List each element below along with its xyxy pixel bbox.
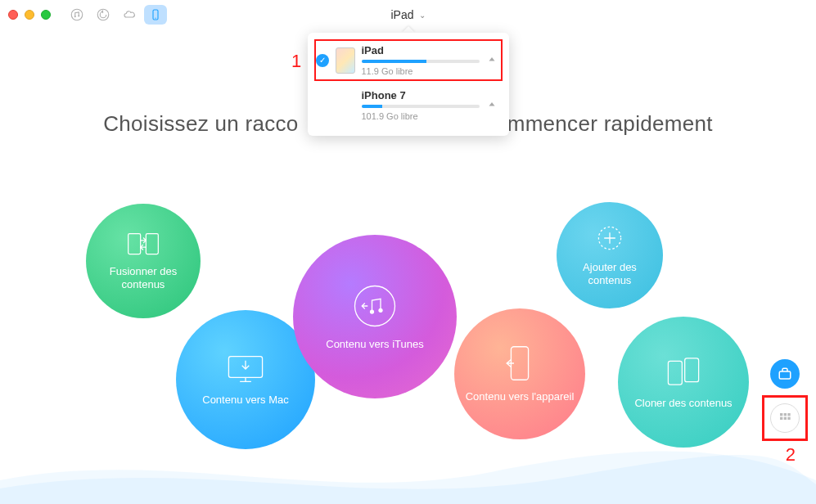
zoom-window-button[interactable] [41,10,51,20]
eject-icon[interactable] [486,56,498,65]
device-selector-label: iPad [390,8,413,21]
shortcut-label: Contenu vers iTunes [318,338,431,351]
device-thumbnail [336,47,355,74]
window-controls [8,10,51,20]
svg-point-1 [74,16,76,17]
svg-point-0 [71,9,83,20]
device-option-iphone7[interactable]: ✓ iPhone 7 101.9 Go libre [308,83,509,128]
selected-check-icon: ✓ [316,54,329,67]
shortcut-label: Ajouter des contenus [557,261,663,286]
heading-right: mmencer rapidement [507,111,713,136]
add-icon [596,224,624,254]
to-device-shortcut[interactable]: Contenu vers l'appareil [454,308,585,439]
svg-point-11 [378,308,382,312]
svg-point-2 [78,15,79,16]
itunes-transfer-icon [352,283,398,331]
merge-icon [127,232,160,259]
device-dropdown: ✓ iPad 11.9 Go libre ✓ iPhone 7 101.9 Go… [308,33,509,136]
device-selector[interactable]: iPad ⌄ [390,8,425,21]
shortcut-label: Contenu vers Mac [194,394,297,407]
svg-point-10 [370,309,374,313]
shortcut-label: Contenu vers l'appareil [458,390,583,403]
eject-icon[interactable] [486,101,498,110]
svg-point-5 [155,18,156,19]
chevron-down-icon: ⌄ [419,11,426,20]
svg-rect-16 [779,371,791,379]
svg-rect-14 [668,361,682,385]
clone-content-shortcut[interactable]: Cloner des contenus [618,317,749,448]
minimize-window-button[interactable] [25,10,34,20]
icloud-source-icon[interactable] [118,5,141,25]
svg-point-9 [355,286,395,326]
device-info: iPhone 7 101.9 Go libre [362,89,480,121]
device-transfer-icon [505,345,534,384]
storage-free-label: 11.9 Go libre [362,66,480,76]
shortcut-label: Cloner des contenus [626,397,740,410]
svg-rect-7 [146,233,158,254]
shortcut-label: Fusionner des contenus [86,265,201,290]
backup-source-icon[interactable] [92,5,115,25]
svg-rect-6 [128,233,141,254]
merge-content-shortcut[interactable]: Fusionner des contenus [86,204,201,318]
titlebar: iPad ⌄ [0,0,816,29]
storage-bar [362,105,480,108]
decorative-wave [0,439,816,504]
device-info: iPad 11.9 Go libre [362,44,480,76]
annotation-2-box [762,395,808,441]
svg-rect-15 [685,358,699,382]
toolbox-button[interactable] [770,359,800,389]
annotation-1: 1 [291,51,301,72]
clone-icon [665,355,701,390]
device-name: iPad [362,44,480,56]
itunes-source-icon[interactable] [65,5,88,25]
close-window-button[interactable] [8,10,18,20]
dropdown-pointer [402,26,415,33]
to-itunes-shortcut[interactable]: Contenu vers iTunes [293,235,457,398]
device-source-icon[interactable] [144,5,167,25]
source-toolbar [65,5,167,25]
device-option-ipad[interactable]: ✓ iPad 11.9 Go libre [308,38,509,83]
heading-left: Choisissez un racco [103,111,298,136]
device-name: iPhone 7 [362,89,480,101]
storage-free-label: 101.9 Go libre [362,111,480,121]
add-content-shortcut[interactable]: Ajouter des contenus [557,202,663,308]
monitor-download-icon [226,353,265,387]
shortcuts-canvas: Fusionner des contenus Contenu vers Mac … [0,137,816,504]
storage-bar [362,60,480,63]
